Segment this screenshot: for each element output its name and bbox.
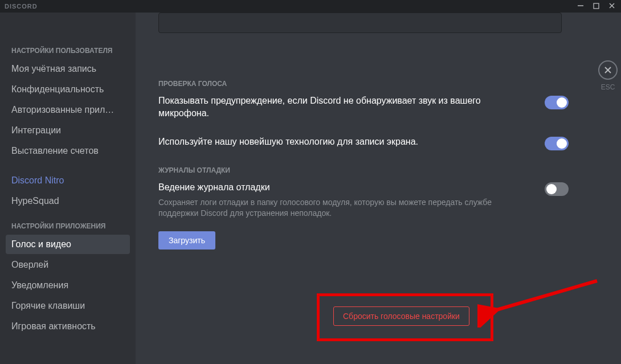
setting-debug-log-desc: Сохраняет логи отладки в папку голосовог… xyxy=(158,197,533,219)
toggle-screen-tech[interactable] xyxy=(545,137,569,150)
sidebar-item-game-activity[interactable]: Игровая активность xyxy=(6,317,130,336)
sidebar-item-overlay[interactable]: Оверлей xyxy=(6,255,130,275)
sidebar-header-user: НАСТРОЙКИ ПОЛЬЗОВАТЕЛЯ xyxy=(0,41,136,58)
window-controls xyxy=(577,1,619,11)
sidebar-header-app: НАСТРОЙКИ ПРИЛОЖЕНИЯ xyxy=(0,216,136,234)
setting-debug-log-title: Ведение журнала отладки xyxy=(158,181,533,194)
esc-label: ESC xyxy=(598,83,618,91)
section-header-voice-check: ПРОВЕРКА ГОЛОСА xyxy=(158,80,598,88)
close-settings-button[interactable] xyxy=(598,60,618,80)
annotation-highlight-box: Сбросить голосовые настройки xyxy=(317,293,493,341)
minimize-icon[interactable] xyxy=(577,1,584,11)
toggle-mic-warning[interactable] xyxy=(545,96,569,109)
settings-sidebar: НАСТРОЙКИ ПОЛЬЗОВАТЕЛЯ Моя учётная запис… xyxy=(0,13,136,364)
sidebar-item-nitro[interactable]: Discord Nitro xyxy=(6,171,130,190)
sidebar-item-notifications[interactable]: Уведомления xyxy=(6,276,130,295)
download-button[interactable]: Загрузить xyxy=(158,231,215,250)
sidebar-item-billing[interactable]: Выставление счетов xyxy=(6,141,130,161)
content-area: ПРОВЕРКА ГОЛОСА Показывать предупреждени… xyxy=(136,13,621,364)
toggle-debug-log[interactable] xyxy=(545,182,569,196)
sidebar-item-hypesquad[interactable]: HypeSquad xyxy=(6,191,130,211)
setting-screen-tech-label: Используйте нашу новейшую технологию для… xyxy=(158,136,533,148)
app-wordmark: DISCORD xyxy=(5,3,38,10)
search-placeholder-box[interactable] xyxy=(158,13,562,33)
reset-voice-button[interactable]: Сбросить голосовые настройки xyxy=(333,306,469,326)
svg-rect-1 xyxy=(594,3,599,9)
annotation-arrow-icon xyxy=(477,276,603,328)
sidebar-item-integrations[interactable]: Интеграции xyxy=(6,121,130,140)
setting-mic-warning: Показывать предупреждение, если Discord … xyxy=(158,95,569,120)
sidebar-item-authorized-apps[interactable]: Авторизованные прил… xyxy=(6,100,130,120)
section-header-debug: ЖУРНАЛЫ ОТЛАДКИ xyxy=(158,166,598,174)
sidebar-item-privacy[interactable]: Конфиденциальность xyxy=(6,80,130,99)
close-icon[interactable] xyxy=(608,1,615,11)
sidebar-item-keybinds[interactable]: Горячие клавиши xyxy=(6,296,130,316)
setting-screen-tech: Используйте нашу новейшую технологию для… xyxy=(158,136,569,150)
esc-close: ESC xyxy=(598,60,618,91)
svg-line-4 xyxy=(495,281,597,310)
maximize-icon[interactable] xyxy=(593,1,599,11)
sidebar-item-my-account[interactable]: Моя учётная запись xyxy=(6,59,130,79)
setting-debug-log: Ведение журнала отладки Сохраняет логи о… xyxy=(158,181,569,219)
titlebar: DISCORD xyxy=(0,0,621,13)
sidebar-item-voice-video[interactable]: Голос и видео xyxy=(6,235,130,254)
setting-mic-warning-label: Показывать предупреждение, если Discord … xyxy=(158,95,533,120)
